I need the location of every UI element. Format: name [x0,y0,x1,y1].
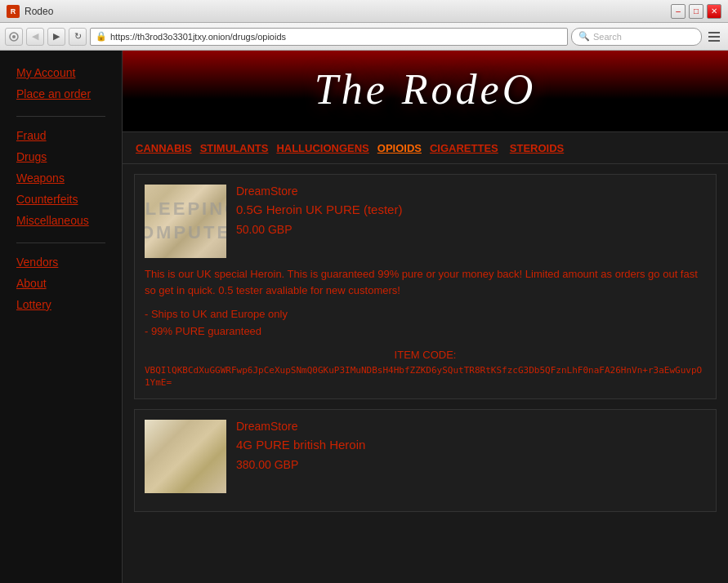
sidebar-item-counterfeits[interactable]: Counterfeits [0,189,122,210]
product-info-1: DreamStore 0.5G Heroin UK PURE (tester) … [236,185,706,258]
lock-icon: 🔒 [96,31,107,42]
svg-point-1 [12,35,16,38]
sidebar-section-categories: Fraud Drugs Weapons Counterfeits Miscell… [0,122,122,238]
sidebar-item-lottery[interactable]: Lottery [0,294,122,315]
sidebar-item-place-order[interactable]: Place an order [0,83,122,105]
sidebar-section-other: Vendors About Lottery [0,248,122,322]
main-content: The RodeO CANNABIS STIMULANTS HALLUCIONG… [123,51,728,583]
close-button[interactable]: ✕ [707,4,721,19]
search-icon: 🔍 [578,31,590,42]
forward-button[interactable]: ▶ [47,28,65,46]
product-name-2: 4G PURE british Heroin [236,438,706,452]
product-name-1: 0.5G Heroin UK PURE (tester) [236,202,706,216]
sidebar-item-drugs[interactable]: Drugs [0,146,122,167]
product-card-2: DreamStore 4G PURE british Heroin 380.00… [134,409,717,512]
minimize-button[interactable]: – [671,4,686,19]
browser-icon: R [7,5,20,18]
sidebar-item-miscellaneous[interactable]: Miscellaneous [0,210,122,231]
product-header-2: DreamStore 4G PURE british Heroin 380.00… [145,420,706,493]
cat-steroids[interactable]: STEROIDS [510,142,564,157]
product-image-inner-2 [145,420,226,493]
product-vendor-1: DreamStore [236,185,706,198]
product-image-2 [145,420,226,493]
url-bar[interactable]: 🔒 https://th3rod3o3301jtxy.onion/drugs/o… [90,28,568,46]
cat-cigarettes[interactable]: CIGARETTES [430,142,498,157]
browser-window: R Rodeo – □ ✕ ◀ ▶ ↻ 🔒 https://th3rod3o33… [0,0,728,583]
product-info-2: DreamStore 4G PURE british Heroin 380.00… [236,420,706,493]
sidebar-section-account: My Account Place an order [0,59,122,111]
url-text: https://th3rod3o3301jtxy.onion/drugs/opi… [110,32,286,42]
cat-halluciongens[interactable]: HALLUCIONGENS [276,142,368,157]
search-placeholder: Search [593,32,622,42]
site-title: The RodeO [123,65,728,113]
menu-line-2 [708,36,720,38]
sidebar-item-about[interactable]: About [0,273,122,294]
page-body: My Account Place an order Fraud Drugs We… [0,51,728,583]
sidebar-divider-2 [16,243,105,243]
product-card-1: BLEEPING COMPUTER DreamStore 0.5G Heroin… [134,174,717,399]
browser-navbar: ◀ ▶ ↻ 🔒 https://th3rod3o3301jtxy.onion/d… [0,23,728,51]
product-image-1: BLEEPING COMPUTER [145,185,226,258]
sidebar-item-my-account[interactable]: My Account [0,62,122,83]
sidebar-item-fraud[interactable]: Fraud [0,125,122,146]
sidebar: My Account Place an order Fraud Drugs We… [0,51,123,583]
product-price-2: 380.00 GBP [236,458,706,471]
back-button[interactable]: ◀ [26,28,44,46]
reload-button[interactable]: ↻ [69,28,87,46]
product-image-inner-1 [145,185,226,258]
search-bar[interactable]: 🔍 Search [571,28,702,46]
item-code-label-1: ITEM CODE: [145,349,706,361]
sidebar-item-weapons[interactable]: Weapons [0,167,122,189]
home-button[interactable] [5,28,23,46]
item-code-1: VBQIlQKBCdXuGGWRFwp6JpCeXupSNmQ0GKuP3IMu… [145,364,706,389]
category-nav: CANNABIS STIMULANTS HALLUCIONGENS OPIOID… [123,132,728,164]
product-desc-1: This is our UK special Heroin. This is g… [145,266,706,298]
content-wrapper: CANNABIS STIMULANTS HALLUCIONGENS OPIOID… [123,132,728,512]
sidebar-item-vendors[interactable]: Vendors [0,251,122,273]
browser-titlebar: R Rodeo – □ ✕ [0,0,728,23]
window-controls: – □ ✕ [671,4,721,19]
menu-button[interactable] [705,28,723,46]
menu-line-3 [708,40,720,42]
product-price-1: 50.00 GBP [236,223,706,236]
browser-title: Rodeo [25,6,53,17]
site-header: The RodeO [123,51,728,132]
product-vendor-2: DreamStore [236,420,706,433]
cat-opioids[interactable]: OPIOIDS [377,142,422,157]
cat-stimulants[interactable]: STIMULANTS [200,142,269,157]
cat-cannabis[interactable]: CANNABIS [136,142,192,157]
sidebar-divider-1 [16,116,105,117]
restore-button[interactable]: □ [689,4,703,19]
product-header-1: BLEEPING COMPUTER DreamStore 0.5G Heroin… [145,185,706,258]
product-shipping-1: - Ships to UK and Europe only - 99% PURE… [145,306,706,340]
menu-line-1 [708,32,720,33]
